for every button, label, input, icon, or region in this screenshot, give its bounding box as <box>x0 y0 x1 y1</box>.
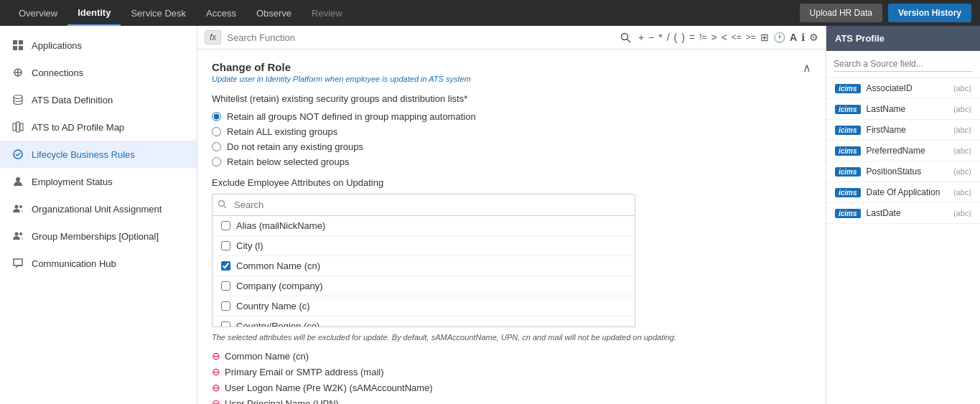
attribute-search-input[interactable] <box>212 194 635 216</box>
clock-icon[interactable]: 🕐 <box>773 32 785 43</box>
checkbox-country-region[interactable] <box>221 321 230 327</box>
svg-point-7 <box>14 95 22 99</box>
section-title-block: Change of Role Update user in Identity P… <box>212 61 471 83</box>
ats-field-3[interactable]: icims PreferredName (abc) <box>826 141 980 161</box>
version-history-button[interactable]: Version History <box>888 4 971 22</box>
ats-field-name-5: Date Of Application <box>867 187 948 197</box>
sidebar-item-communication-hub[interactable]: Communication Hub <box>0 250 197 277</box>
open-paren-icon[interactable]: ( <box>674 32 678 43</box>
settings-icon[interactable]: ⚙ <box>809 32 818 43</box>
equals-icon[interactable]: = <box>689 32 695 43</box>
nav-item-access[interactable]: Access <box>196 0 246 26</box>
sidebar-item-label: Group Memberships [Optional] <box>32 231 159 242</box>
svg-point-16 <box>19 232 22 235</box>
less-than-icon[interactable]: < <box>722 32 727 43</box>
formula-search-input[interactable] <box>227 32 614 43</box>
sidebar-item-org-unit[interactable]: Organizational Unit Assignment <box>0 195 197 222</box>
checkbox-city[interactable] <box>221 241 230 250</box>
radio-retain-none[interactable] <box>212 142 221 151</box>
sidebar-item-ats-ad-map[interactable]: ATS to AD Profile Map <box>0 113 197 141</box>
checkbox-label-1: City (l) <box>236 240 263 251</box>
map-icon <box>11 121 24 133</box>
checkbox-item-2[interactable]: Common Name (cn) <box>213 256 635 276</box>
minus-icon[interactable]: − <box>648 32 654 43</box>
checkbox-item-3[interactable]: Company (company) <box>213 276 635 296</box>
plus-icon[interactable]: + <box>638 32 644 43</box>
ats-badge-6: icims <box>835 209 861 218</box>
ats-field-1[interactable]: icims LastName (abc) <box>826 99 980 120</box>
radio-item-3[interactable]: Retain below selected groups <box>212 156 811 167</box>
upload-hr-data-button[interactable]: Upload HR Data <box>800 4 882 22</box>
multiply-icon[interactable]: * <box>658 32 662 43</box>
ats-field-type-0: (abc) <box>953 84 971 93</box>
ats-profile-header: ATS Profile <box>826 26 980 51</box>
grid-formula-icon[interactable]: ⊞ <box>760 32 769 43</box>
remove-attr-3-icon[interactable]: ⊖ <box>212 398 220 404</box>
radio-label-2: Do not retain any existing groups <box>227 141 363 152</box>
svg-point-12 <box>16 177 20 182</box>
selected-attr-1: ⊖ Primary Email or SMTP address (mail) <box>212 366 811 377</box>
sidebar-item-applications[interactable]: Applications <box>0 32 197 59</box>
nav-item-review[interactable]: Review <box>302 0 353 26</box>
checkbox-alias[interactable] <box>221 221 230 230</box>
text-a-icon[interactable]: A <box>790 32 797 43</box>
greater-than-icon[interactable]: > <box>711 32 717 43</box>
ats-source-search-input[interactable] <box>834 57 973 72</box>
sidebar-item-group-memberships[interactable]: Group Memberships [Optional] <box>0 222 197 250</box>
nav-item-identity[interactable]: Identity <box>67 0 121 26</box>
radio-item-1[interactable]: Retain ALL existing groups <box>212 126 811 137</box>
checkbox-item-0[interactable]: Alias (mailNickName) <box>213 216 635 236</box>
remove-attr-1-icon[interactable]: ⊖ <box>212 366 220 377</box>
checkbox-common-name[interactable] <box>221 261 230 271</box>
remove-attr-2-icon[interactable]: ⊖ <box>212 382 220 393</box>
info-icon[interactable]: ℹ <box>801 32 805 43</box>
ats-badge-2: icims <box>835 126 861 135</box>
checkbox-label-3: Company (company) <box>236 281 323 291</box>
radio-retain-all[interactable] <box>212 127 221 136</box>
sidebar-item-employment-status[interactable]: Employment Status <box>0 168 197 195</box>
checkbox-item-5[interactable]: Country/Region (co) <box>213 316 635 327</box>
sidebar-item-label: ATS to AD Profile Map <box>32 122 124 133</box>
search-icon[interactable] <box>620 31 633 44</box>
radio-retain-not-defined[interactable] <box>212 112 221 121</box>
radio-item-0[interactable]: Retain all groups NOT defined in group m… <box>212 111 811 122</box>
nav-item-service-desk[interactable]: Service Desk <box>121 0 196 26</box>
ats-field-0[interactable]: icims AssociateID (abc) <box>826 78 980 99</box>
remove-attr-0-icon[interactable]: ⊖ <box>212 350 220 362</box>
radio-item-2[interactable]: Do not retain any existing groups <box>212 141 811 152</box>
close-paren-icon[interactable]: ) <box>681 32 685 43</box>
checkbox-company[interactable] <box>221 281 230 291</box>
checkbox-label-5: Country/Region (co) <box>236 321 319 327</box>
ats-badge-5: icims <box>835 188 861 197</box>
selected-attr-label-2: User Logon Name (Pre W2K) (sAMAccountNam… <box>225 382 433 393</box>
sidebar-item-lifecycle[interactable]: Lifecycle Business Rules <box>0 141 197 168</box>
sidebar-item-connections[interactable]: Connections <box>0 59 197 86</box>
svg-point-14 <box>19 205 22 208</box>
greater-equal-icon[interactable]: >= <box>746 32 756 42</box>
nav-item-overview[interactable]: Overview <box>9 0 67 26</box>
collapse-button[interactable]: ∧ <box>803 61 811 75</box>
not-equals-icon[interactable]: != <box>699 32 706 42</box>
ats-field-type-5: (abc) <box>953 188 971 197</box>
ats-search-container <box>826 51 980 78</box>
checkbox-country-name[interactable] <box>221 301 230 311</box>
radio-label-3: Retain below selected groups <box>227 156 350 167</box>
sidebar-item-ats-data[interactable]: ATS Data Definition <box>0 86 197 113</box>
plug-icon <box>11 66 24 79</box>
radio-retain-below[interactable] <box>212 157 221 166</box>
divide-icon[interactable]: / <box>667 32 670 43</box>
nav-item-observe[interactable]: Observe <box>246 0 302 26</box>
checkbox-label-0: Alias (mailNickName) <box>236 220 325 231</box>
less-equal-icon[interactable]: <= <box>732 32 742 42</box>
ats-field-6[interactable]: icims LastDate (abc) <box>826 203 980 224</box>
ats-profile-panel: ATS Profile icims AssociateID (abc) icim… <box>826 26 980 404</box>
whitelist-label: Whitelist (retain) existing security gro… <box>212 93 811 104</box>
svg-point-13 <box>15 205 19 209</box>
checkbox-item-4[interactable]: Country Name (c) <box>213 296 635 316</box>
checkbox-item-1[interactable]: City (l) <box>213 236 635 256</box>
ats-field-2[interactable]: icims FirstName (abc) <box>826 120 980 141</box>
checkbox-list: Alias (mailNickName) City (l) Common Nam… <box>212 216 635 327</box>
check-circle-icon <box>11 148 24 161</box>
ats-field-5[interactable]: icims Date Of Application (abc) <box>826 182 980 203</box>
ats-field-4[interactable]: icims PositionStatus (abc) <box>826 161 980 182</box>
